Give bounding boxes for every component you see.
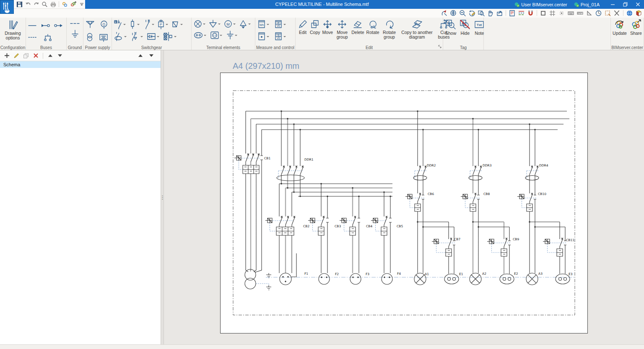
app-icon[interactable]	[0, 0, 14, 14]
previous-view-button[interactable]	[496, 9, 504, 17]
lamp-dropdown[interactable]	[203, 23, 205, 26]
panel-splitter[interactable]: •••	[161, 50, 164, 345]
energy-meter-dropdown[interactable]	[267, 24, 269, 26]
protractor-button[interactable]	[595, 9, 602, 17]
energy-meter-button[interactable]: Wh	[257, 19, 270, 30]
transformer-button[interactable]	[85, 32, 95, 43]
drawing-canvas[interactable]: A4 (297x210) mm	[164, 50, 644, 345]
zoom-extents-button[interactable]	[449, 9, 457, 17]
add-schema-button[interactable]	[3, 52, 10, 59]
socket-button[interactable]	[193, 31, 207, 40]
motor-dropdown[interactable]	[233, 23, 236, 26]
edit-text-button[interactable]	[508, 9, 516, 17]
delete-schema-button[interactable]	[32, 52, 39, 59]
point-snap-button[interactable]	[558, 9, 566, 17]
protection-relay-dropdown[interactable]	[166, 24, 168, 26]
web-button[interactable]	[626, 9, 634, 17]
redraw-button[interactable]	[468, 9, 476, 17]
redo-button[interactable]	[33, 0, 40, 8]
bim-sync-button[interactable]	[61, 0, 68, 8]
surge-protector-dropdown[interactable]	[157, 36, 159, 39]
switch-button[interactable]	[142, 19, 155, 30]
copy-button[interactable]: Copy	[309, 19, 321, 44]
customize-quick-access-button[interactable]	[78, 0, 85, 8]
tag-show-button[interactable]: A Show	[444, 19, 457, 44]
wall-socket-button[interactable]	[210, 31, 223, 40]
indicator-meter-dropdown[interactable]	[267, 36, 269, 39]
delta-load-dropdown[interactable]	[248, 23, 251, 26]
zoom-window-button[interactable]	[477, 9, 485, 17]
dimensions-button[interactable]	[576, 9, 584, 17]
expand-panel-button[interactable]	[148, 52, 155, 59]
circuit-breaker-button[interactable]	[113, 19, 127, 30]
terminal-junction-dropdown[interactable]	[235, 35, 237, 37]
copy-to-another-diagram-button[interactable]: Copy to another diagram	[399, 19, 436, 44]
composite-protection-button[interactable]	[162, 31, 177, 42]
contactor-button[interactable]	[170, 19, 184, 30]
restore-button[interactable]	[619, 0, 631, 9]
apparent-power-meter-button[interactable]: SVE	[273, 31, 287, 42]
protection-relay-button[interactable]: P	[156, 19, 169, 30]
switch-dropdown[interactable]	[152, 24, 154, 26]
rotate-button[interactable]: Rotate	[366, 19, 380, 44]
delta-load-button[interactable]	[238, 19, 252, 29]
move-group-button[interactable]: Move group	[334, 19, 350, 44]
zoom-button[interactable]	[41, 0, 48, 8]
pan-button[interactable]	[486, 9, 494, 17]
fuse-button[interactable]	[128, 19, 140, 30]
composite-protection-dropdown[interactable]	[174, 36, 177, 39]
delete-button[interactable]: Delete	[351, 19, 365, 44]
generator-button[interactable]: G	[99, 20, 109, 30]
power-meter-dropdown[interactable]	[283, 24, 286, 26]
ground-bus-button[interactable]	[69, 20, 81, 27]
rcd-dropdown[interactable]	[124, 36, 127, 39]
save-button[interactable]	[16, 0, 23, 8]
bus-dashed-button[interactable]	[27, 33, 38, 42]
bim-export-button[interactable]	[70, 0, 77, 8]
supply-network-button[interactable]	[85, 20, 96, 30]
bus-branch-button[interactable]	[42, 33, 53, 42]
print-button[interactable]	[49, 0, 57, 8]
tools-button[interactable]	[613, 9, 621, 17]
switch-disconnector-dropdown[interactable]	[140, 36, 143, 39]
outlet-arrow-button[interactable]	[208, 19, 221, 29]
motor-button[interactable]: M	[223, 19, 236, 29]
zoom-previous-button[interactable]	[440, 9, 448, 17]
wall-socket-dropdown[interactable]	[220, 35, 222, 37]
indicator-meter-button[interactable]	[257, 31, 270, 42]
rotate-group-button[interactable]: Rotate group	[381, 19, 398, 44]
keyboard-button[interactable]	[567, 9, 575, 17]
fuse-dropdown[interactable]	[137, 24, 140, 26]
close-button[interactable]	[631, 0, 644, 9]
circuit-breaker-dropdown[interactable]	[123, 24, 126, 26]
rcd-button[interactable]	[113, 31, 127, 42]
edit-button[interactable]: Edit	[297, 19, 309, 44]
collapse-panel-button[interactable]	[137, 52, 144, 59]
tag-hide-button[interactable]: A Hide	[459, 19, 471, 44]
move-schema-down-button[interactable]	[57, 52, 63, 59]
terminal-junction-button[interactable]	[226, 30, 238, 40]
bus-end-button[interactable]	[53, 21, 64, 30]
minimize-button[interactable]	[606, 0, 619, 9]
move-schema-up-button[interactable]	[47, 52, 54, 59]
apparent-power-meter-dropdown[interactable]	[283, 36, 286, 39]
battery-button[interactable]	[98, 32, 109, 43]
surge-protector-button[interactable]	[146, 31, 160, 42]
edit-dialog-launcher[interactable]	[438, 44, 442, 49]
power-meter-button[interactable]: PVE	[273, 19, 287, 30]
undo-button[interactable]	[24, 0, 31, 8]
selection-region-button[interactable]	[604, 9, 612, 17]
snap-magnet-button[interactable]	[527, 9, 535, 17]
bim-share-button[interactable]: Share	[629, 19, 643, 44]
lamp-button[interactable]	[193, 19, 206, 29]
bim-update-button[interactable]: Update	[612, 19, 628, 44]
move-button[interactable]: Move	[322, 19, 334, 44]
copy-schema-button[interactable]	[23, 52, 29, 59]
drawing-options-button[interactable]: Drawing options	[0, 19, 26, 44]
bimserver-project-chip[interactable]: Proj_01A	[574, 2, 600, 7]
schema-list-item[interactable]: Schema	[0, 61, 161, 68]
a4-page[interactable]: CB1DDR1DDR2DDR3DDR4CB2CB3CB4CB5CB6CB8CB1…	[220, 73, 588, 333]
help-book-button[interactable]	[635, 9, 643, 17]
ground-symbol-button[interactable]	[70, 29, 80, 39]
line-styles-button[interactable]	[517, 9, 525, 17]
